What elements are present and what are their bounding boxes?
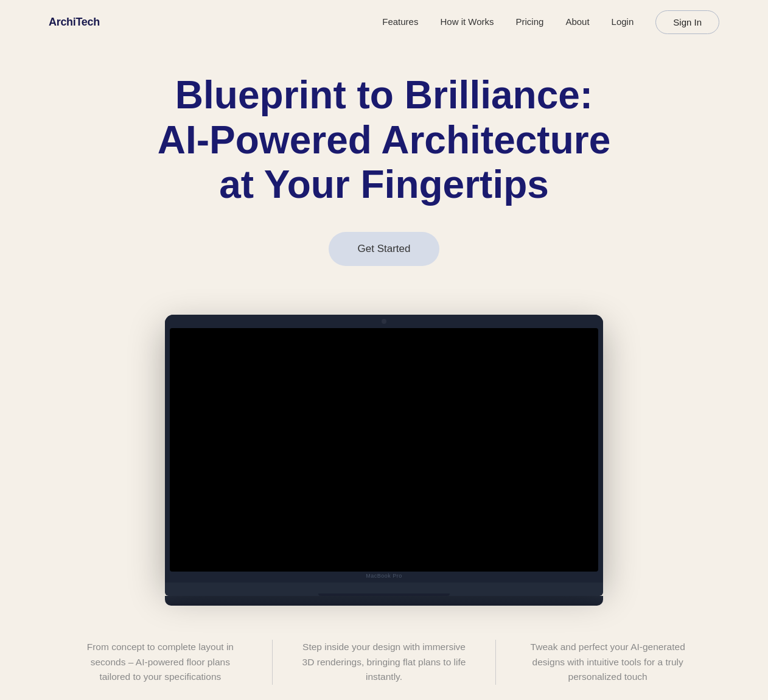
nav-link-about[interactable]: About <box>565 16 589 27</box>
laptop-screen <box>170 328 598 572</box>
nav-item-features[interactable]: Features <box>382 16 418 27</box>
nav-item-how-it-works[interactable]: How it Works <box>440 16 494 27</box>
laptop-camera <box>382 319 386 324</box>
feature-item-3: Tweak and perfect your AI-generated desi… <box>496 640 719 685</box>
laptop-body: MacBook Pro <box>165 315 603 583</box>
nav-item-about[interactable]: About <box>565 16 589 27</box>
nav-item-login[interactable]: Login <box>612 16 634 27</box>
feature-text-2: Step inside your design with immersive 3… <box>302 640 467 685</box>
navbar: ArchiTech Features How it Works Pricing … <box>0 0 768 44</box>
laptop-chin: MacBook Pro <box>165 572 603 580</box>
nav-link-login[interactable]: Login <box>612 16 634 27</box>
nav-item-pricing[interactable]: Pricing <box>516 16 544 27</box>
logo[interactable]: ArchiTech <box>49 16 100 29</box>
laptop-camera-bar <box>165 315 603 328</box>
feature-item-1: From concept to complete layout in secon… <box>49 640 273 685</box>
get-started-button[interactable]: Get Started <box>329 232 440 266</box>
laptop-base <box>165 583 603 596</box>
hero-section: Blueprint to Brilliance: AI-Powered Arch… <box>0 44 768 285</box>
laptop-container: MacBook Pro <box>0 285 768 606</box>
laptop-model-label: MacBook Pro <box>366 573 402 579</box>
sign-in-button[interactable]: Sign In <box>655 10 719 34</box>
nav-link-pricing[interactable]: Pricing <box>516 16 544 27</box>
nav-link-how-it-works[interactable]: How it Works <box>440 16 494 27</box>
feature-item-2: Step inside your design with immersive 3… <box>273 640 497 685</box>
nav-link-features[interactable]: Features <box>382 16 418 27</box>
laptop-image: MacBook Pro <box>165 315 603 606</box>
nav-item-signin[interactable]: Sign In <box>655 10 719 34</box>
feature-text-1: From concept to complete layout in secon… <box>78 640 243 685</box>
hero-headline: Blueprint to Brilliance: AI-Powered Arch… <box>153 73 615 208</box>
laptop-foot <box>165 596 603 606</box>
feature-text-3: Tweak and perfect your AI-generated desi… <box>525 640 690 685</box>
features-section: From concept to complete layout in secon… <box>0 606 768 700</box>
nav-links: Features How it Works Pricing About Logi… <box>382 10 719 34</box>
